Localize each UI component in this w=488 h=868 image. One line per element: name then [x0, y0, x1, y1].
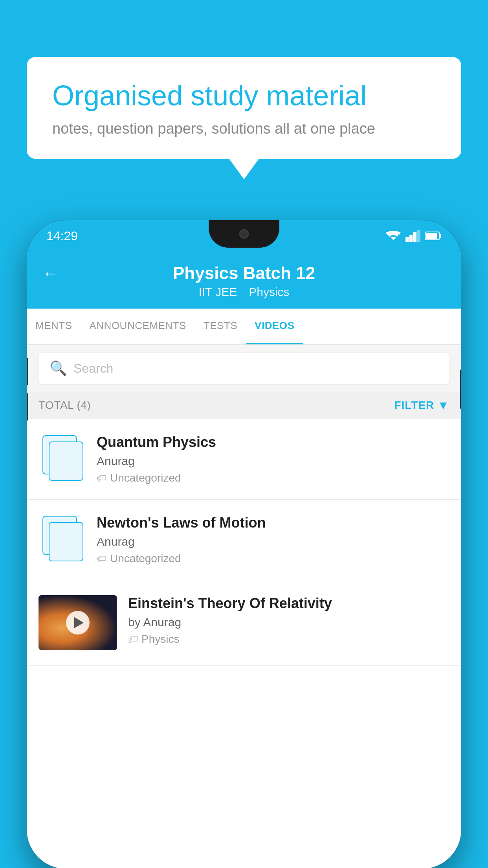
- bubble-subtitle: notes, question papers, solutions all at…: [52, 120, 436, 137]
- video-doc-icon: [39, 434, 86, 481]
- video-author: by Anurag: [128, 616, 449, 629]
- filter-button[interactable]: FILTER ▼: [394, 399, 449, 412]
- volume-up-button[interactable]: [27, 358, 28, 385]
- video-author: Anurag: [97, 535, 449, 548]
- tag-icon: 🏷: [128, 633, 138, 645]
- tag-icon: 🏷: [97, 472, 107, 484]
- volume-down-button[interactable]: [27, 393, 28, 421]
- svg-rect-2: [409, 235, 413, 242]
- battery-icon: [425, 231, 442, 241]
- list-item[interactable]: Einstein's Theory Of Relativity by Anura…: [27, 580, 461, 666]
- speech-bubble-section: Organised study material notes, question…: [27, 57, 461, 159]
- app-header: ← Physics Batch 12 IIT JEE Physics: [27, 252, 461, 309]
- play-icon: [74, 617, 84, 628]
- list-item[interactable]: Quantum Physics Anurag 🏷 Uncategorized: [27, 419, 461, 500]
- video-info: Newton's Laws of Motion Anurag 🏷 Uncateg…: [97, 515, 449, 565]
- tab-announcements[interactable]: ANNOUNCEMENTS: [81, 309, 195, 344]
- doc-icon-front: [49, 522, 83, 561]
- tag-icon: 🏷: [97, 553, 107, 565]
- filter-icon: ▼: [437, 399, 449, 412]
- video-tag: 🏷 Uncategorized: [97, 472, 449, 484]
- header-tag-iitjee: IIT JEE: [198, 285, 237, 299]
- phone-screen: ← Physics Batch 12 IIT JEE Physics MENTS…: [27, 252, 461, 868]
- svg-rect-7: [426, 233, 437, 239]
- video-tag: 🏷 Physics: [128, 633, 449, 645]
- svg-rect-6: [439, 234, 441, 238]
- search-placeholder: Search: [73, 361, 113, 376]
- header-top: ← Physics Batch 12: [42, 263, 446, 283]
- status-icons: [386, 230, 442, 242]
- header-title: Physics Batch 12: [173, 263, 315, 283]
- back-button[interactable]: ←: [42, 265, 58, 282]
- phone-frame: 14:29: [27, 220, 461, 868]
- video-info: Einstein's Theory Of Relativity by Anura…: [128, 595, 449, 645]
- video-title: Einstein's Theory Of Relativity: [128, 595, 449, 612]
- total-count-label: TOTAL (4): [39, 399, 91, 412]
- video-tag: 🏷 Uncategorized: [97, 552, 449, 565]
- tab-ments[interactable]: MENTS: [27, 309, 81, 344]
- signal-icon: [405, 230, 420, 242]
- search-container: 🔍 Search: [27, 345, 461, 392]
- doc-icon-front: [49, 441, 83, 481]
- speech-bubble: Organised study material notes, question…: [27, 57, 461, 159]
- list-item[interactable]: Newton's Laws of Motion Anurag 🏷 Uncateg…: [27, 500, 461, 580]
- video-info: Quantum Physics Anurag 🏷 Uncategorized: [97, 434, 449, 484]
- status-time: 14:29: [46, 229, 78, 243]
- header-tag-physics: Physics: [249, 285, 289, 299]
- status-bar: 14:29: [27, 220, 461, 252]
- svg-marker-0: [391, 237, 396, 240]
- phone-notch: [209, 220, 279, 248]
- search-icon: 🔍: [50, 360, 67, 377]
- play-button[interactable]: [66, 611, 90, 634]
- power-button[interactable]: [460, 370, 461, 409]
- video-doc-icon: [39, 515, 86, 562]
- tab-videos[interactable]: VIDEOS: [246, 309, 303, 344]
- search-bar[interactable]: 🔍 Search: [39, 353, 449, 384]
- video-title: Newton's Laws of Motion: [97, 515, 449, 531]
- front-camera: [239, 229, 249, 239]
- svg-rect-4: [417, 230, 420, 242]
- svg-rect-1: [405, 237, 409, 242]
- wifi-icon: [386, 230, 401, 242]
- video-author: Anurag: [97, 454, 449, 468]
- bubble-title: Organised study material: [52, 79, 436, 112]
- filter-bar: TOTAL (4) FILTER ▼: [27, 392, 461, 419]
- tabs-bar: MENTS ANNOUNCEMENTS TESTS VIDEOS: [27, 309, 461, 345]
- video-list: Quantum Physics Anurag 🏷 Uncategorized: [27, 419, 461, 666]
- video-title: Quantum Physics: [97, 434, 449, 451]
- tab-tests[interactable]: TESTS: [195, 309, 246, 344]
- svg-rect-3: [413, 232, 416, 242]
- header-subtitle: IIT JEE Physics: [198, 285, 289, 299]
- video-thumbnail: [39, 595, 117, 650]
